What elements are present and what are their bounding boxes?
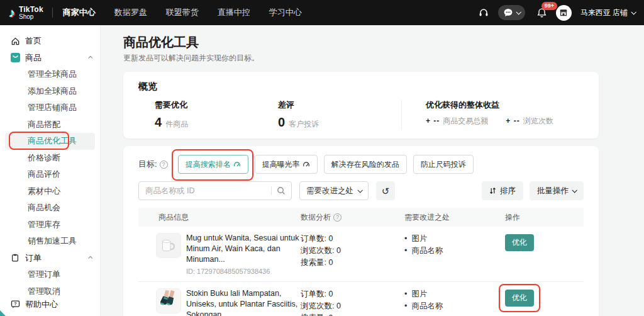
svg-text:?: ? bbox=[14, 302, 16, 306]
column-header-actions: 操作 bbox=[505, 212, 584, 223]
sort-arrows-icon bbox=[489, 187, 496, 195]
nav-affiliate[interactable]: 联盟带货 bbox=[166, 7, 199, 18]
goals-label: 目标: bbox=[138, 159, 168, 170]
top-navigation-bar: ♪ TikTok Shop 商家中心 数据罗盘 联盟带货 直播中控 学习中心 bbox=[0, 0, 644, 25]
question-circle-icon[interactable] bbox=[333, 213, 341, 222]
product-improvements: 图片 商品名称 bbox=[404, 288, 505, 312]
sidebar-item-label: 商品 bbox=[25, 52, 42, 64]
tab-resolve-risky-listings[interactable]: 解决存在风险的发品 bbox=[324, 155, 407, 174]
refresh-button[interactable] bbox=[376, 181, 395, 200]
tiktok-note-icon: ♪ bbox=[9, 6, 15, 19]
sidebar-item-label: 帮助中心 bbox=[25, 299, 58, 310]
sidebar-item-product-bundles[interactable]: 商品搭配 bbox=[0, 116, 100, 133]
benefit-views: + -- 浏览次数 bbox=[506, 116, 553, 127]
tiktok-shop-logo[interactable]: ♪ TikTok Shop bbox=[9, 6, 43, 20]
benefit-label: 优化获得的整体收益 bbox=[426, 100, 553, 110]
product-improvements: 图片 商品名称 bbox=[404, 233, 505, 257]
optimize-button[interactable]: 优化 bbox=[505, 290, 534, 307]
stat-label: 差评 bbox=[278, 100, 401, 110]
shop-region-selector[interactable]: 马来西亚 店铺 bbox=[580, 8, 635, 18]
sidebar-item-product-reviews[interactable]: 商品评价 bbox=[0, 166, 100, 183]
table-row: Mug untuk Wanita, Sesuai untuk Minum Air… bbox=[138, 227, 584, 281]
sidebar-item-sales-accelerator[interactable]: 销售加速工具 bbox=[0, 233, 100, 250]
sidebar-item-price-diagnosis[interactable]: 价格诊断 bbox=[0, 150, 100, 167]
stat-needs-optimization: 需要优化 4 件商品 bbox=[155, 100, 278, 130]
page-subtitle: 更新发品可以解决问题并实现你的目标。 bbox=[123, 53, 599, 63]
searches-count: 搜索量: 0 bbox=[301, 312, 404, 316]
sidebar-item-manage-inventory[interactable]: 管理库存 bbox=[0, 217, 100, 234]
sort-button[interactable]: 排序 bbox=[482, 181, 523, 200]
sidebar-item-manage-global-products[interactable]: 管理全球商品 bbox=[0, 66, 100, 83]
gauge-icon bbox=[233, 161, 241, 168]
optimize-button[interactable]: 优化 bbox=[505, 234, 534, 251]
table-header-row: 商品信息 数据分析 需要改进之处 操作 bbox=[138, 208, 584, 227]
tab-improve-search-ranking[interactable]: 提高搜索排名 bbox=[178, 155, 248, 174]
page-title: 商品优化工具 bbox=[123, 34, 599, 50]
gauge-icon bbox=[303, 161, 310, 168]
orders-count: 订单数: 0 bbox=[301, 288, 404, 300]
stat-value: 4 bbox=[155, 115, 162, 130]
sidebar-item-manage-orders[interactable]: 管理订单 bbox=[0, 266, 100, 283]
product-image-mug[interactable] bbox=[156, 233, 181, 258]
logo-text-primary: TikTok bbox=[19, 6, 43, 13]
stat-label: 需要优化 bbox=[155, 100, 278, 110]
shop-avatar[interactable] bbox=[556, 5, 572, 21]
product-image-socks[interactable] bbox=[156, 288, 181, 313]
optimization-benefit: 优化获得的整体收益 + -- 商品交易总额 + -- 浏览次数 bbox=[426, 100, 553, 130]
messages-button[interactable] bbox=[498, 5, 525, 20]
product-search-box bbox=[138, 181, 292, 200]
overview-card: 概览 需要优化 4 件商品 差评 0 客户投诉 bbox=[123, 72, 599, 138]
support-headset-icon[interactable] bbox=[478, 7, 489, 18]
chevron-down-icon bbox=[631, 9, 636, 14]
sidebar-item-home[interactable]: 首页 bbox=[0, 33, 100, 50]
app-window: ♪ TikTok Shop 商家中心 数据罗盘 联盟带货 直播中控 学习中心 bbox=[0, 0, 644, 316]
column-header-analytics: 数据分析 bbox=[301, 212, 404, 223]
sidebar-item-product-opportunities[interactable]: 商品机会 bbox=[0, 200, 100, 217]
sidebar-item-asset-center[interactable]: 素材中心 bbox=[0, 183, 100, 200]
toolbar-row: 需要改进之处 排序 批量操作 bbox=[138, 181, 584, 200]
products-table: 商品信息 数据分析 需要改进之处 操作 Mug un bbox=[138, 208, 584, 316]
home-icon bbox=[10, 36, 20, 46]
notification-count-badge: 99+ bbox=[541, 2, 557, 11]
orders-count: 订单数: 0 bbox=[301, 233, 404, 245]
chevron-down-icon bbox=[516, 9, 521, 14]
product-search-input[interactable] bbox=[145, 186, 269, 195]
product-title[interactable]: Mug untuk Wanita, Sesuai untuk Minum Air… bbox=[186, 233, 301, 265]
batch-actions-button[interactable]: 批量操作 bbox=[530, 181, 584, 200]
sidebar-item-manage-shop-products[interactable]: 管理店铺商品 bbox=[0, 99, 100, 116]
storefront-icon bbox=[559, 8, 568, 17]
sidebar-group-orders[interactable]: 订单 bbox=[0, 250, 100, 267]
stat-unit: 客户投诉 bbox=[289, 119, 319, 130]
logo-text-secondary: Shop bbox=[19, 14, 43, 20]
sidebar-item-add-global-products[interactable]: 添加全球商品 bbox=[0, 83, 100, 100]
help-bubble-icon: ? bbox=[10, 300, 20, 310]
product-analytics: 订单数: 0 浏览次数: 0 搜索量: 0 bbox=[301, 233, 404, 269]
views-count: 浏览次数: 0 bbox=[301, 300, 404, 312]
tab-improve-exposure[interactable]: 提高曝光率 bbox=[255, 155, 318, 174]
sidebar-item-label: 首页 bbox=[25, 35, 42, 47]
notifications-button[interactable]: 99+ bbox=[536, 8, 547, 18]
nav-data-compass[interactable]: 数据罗盘 bbox=[114, 7, 147, 18]
sidebar-item-label: 商品优化工具 bbox=[28, 135, 77, 147]
tab-prevent-size-complaints[interactable]: 防止尺码投诉 bbox=[413, 155, 474, 174]
products-bag-icon bbox=[10, 53, 20, 63]
benefit-gmv: + -- 商品交易总额 bbox=[426, 116, 488, 127]
chevron-down-icon bbox=[357, 188, 362, 193]
chevron-up-icon bbox=[88, 56, 92, 60]
stat-negative-reviews: 差评 0 客户投诉 bbox=[278, 100, 401, 130]
nav-seller-center[interactable]: 商家中心 bbox=[63, 7, 96, 18]
search-icon[interactable] bbox=[277, 186, 286, 195]
sidebar-item-help-center[interactable]: ? 帮助中心 bbox=[0, 296, 100, 313]
sidebar-group-products[interactable]: 商品 bbox=[0, 50, 100, 67]
product-id: ID: 1729708485057938436 bbox=[186, 268, 301, 275]
question-circle-icon[interactable] bbox=[160, 161, 168, 169]
sidebar-item-product-optimizer[interactable]: 商品优化工具 bbox=[5, 133, 95, 150]
nav-live-console[interactable]: 直播中控 bbox=[218, 7, 250, 18]
nav-learning-center[interactable]: 学习中心 bbox=[269, 7, 302, 18]
goal-tabs: 提高搜索排名 提高曝光率 解决存在风险的发品 防止尺码投诉 bbox=[178, 155, 474, 174]
searches-count: 搜索量: 0 bbox=[301, 257, 404, 269]
orders-clipboard-icon bbox=[10, 253, 20, 263]
chat-bubble-icon bbox=[503, 8, 513, 17]
product-title[interactable]: Stokin Buku lali Mampatan, Uniseks, untu… bbox=[186, 288, 301, 316]
improvement-filter-dropdown[interactable]: 需要改进之处 bbox=[299, 181, 369, 200]
